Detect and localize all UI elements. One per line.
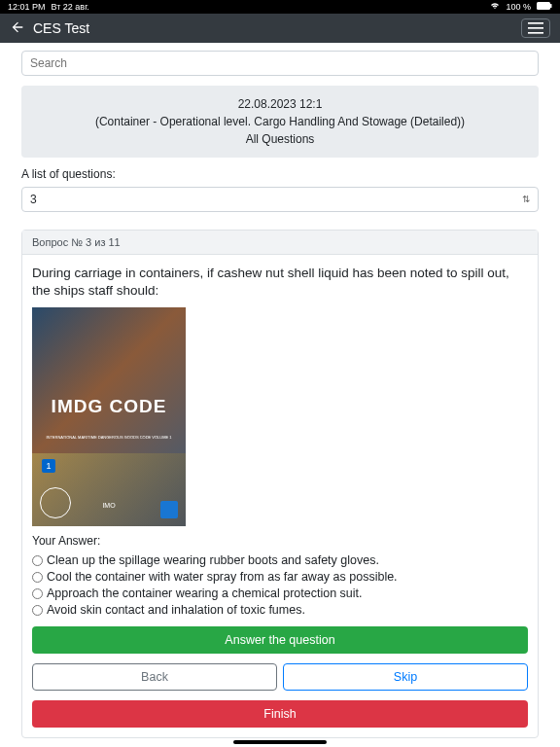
imdg-subtitle: INTERNATIONAL MARITIME DANGEROUS GOODS C… bbox=[46, 435, 171, 440]
answer-button[interactable]: Answer the question bbox=[32, 626, 528, 654]
question-card: Вопрос № 3 из 11 During carriage in cont… bbox=[21, 230, 539, 738]
app-title: CES Test bbox=[33, 20, 89, 36]
test-info-box: 22.08.2023 12:1 (Container - Operational… bbox=[21, 86, 539, 158]
answer-option[interactable]: Clean up the spillage wearing rubber boo… bbox=[32, 553, 528, 567]
battery-icon bbox=[537, 2, 552, 12]
app-header: CES Test bbox=[0, 14, 560, 43]
question-number-header: Вопрос № 3 из 11 bbox=[22, 231, 538, 255]
finish-button[interactable]: Finish bbox=[32, 700, 528, 728]
test-subject: (Container - Operational level. Cargo Ha… bbox=[29, 113, 531, 130]
test-datetime: 22.08.2023 12:1 bbox=[29, 95, 531, 113]
status-time: 12:01 PM bbox=[8, 2, 46, 12]
test-mode: All Questions bbox=[29, 130, 531, 148]
svg-rect-2 bbox=[528, 22, 543, 24]
battery-percent: 100 % bbox=[506, 2, 531, 12]
chevron-updown-icon: ⇅ bbox=[522, 195, 530, 204]
answer-text: Clean up the spillage wearing rubber boo… bbox=[47, 553, 379, 567]
question-select-value: 3 bbox=[30, 193, 37, 206]
svg-rect-3 bbox=[528, 27, 543, 29]
imdg-title: IMDG CODE bbox=[52, 396, 167, 417]
answer-radio[interactable] bbox=[32, 572, 43, 583]
org-logo-icon bbox=[160, 501, 178, 518]
home-indicator bbox=[233, 740, 327, 744]
skip-button[interactable]: Skip bbox=[283, 663, 528, 691]
answer-text: Approach the container wearing a chemica… bbox=[47, 587, 363, 600]
search-input[interactable] bbox=[21, 51, 539, 76]
imo-label: IMO bbox=[102, 502, 115, 509]
svg-rect-1 bbox=[550, 4, 552, 8]
question-image: IMDG CODE INTERNATIONAL MARITIME DANGERO… bbox=[32, 307, 186, 526]
volume-badge: 1 bbox=[42, 459, 55, 473]
your-answer-label: Your Answer: bbox=[32, 534, 528, 548]
answer-text: Cool the container with water spray from… bbox=[47, 570, 398, 584]
back-arrow-icon[interactable] bbox=[10, 19, 25, 38]
answer-radio[interactable] bbox=[32, 605, 43, 616]
wreath-icon bbox=[40, 487, 71, 518]
answer-option[interactable]: Avoid skin contact and inhalation of tox… bbox=[32, 603, 528, 617]
answer-radio[interactable] bbox=[32, 588, 43, 599]
menu-button[interactable] bbox=[521, 18, 550, 38]
question-select[interactable]: 3 ⇅ bbox=[21, 187, 539, 212]
question-list-label: A list of questions: bbox=[21, 167, 539, 181]
status-bar: 12:01 PM Вт 22 авг. 100 % bbox=[0, 0, 560, 14]
answer-radio[interactable] bbox=[32, 555, 43, 566]
status-date: Вт 22 авг. bbox=[52, 2, 89, 12]
svg-rect-0 bbox=[537, 2, 550, 10]
answer-text: Avoid skin contact and inhalation of tox… bbox=[47, 603, 305, 617]
answer-option[interactable]: Approach the container wearing a chemica… bbox=[32, 587, 528, 600]
back-button[interactable]: Back bbox=[32, 663, 277, 691]
answer-option[interactable]: Cool the container with water spray from… bbox=[32, 570, 528, 584]
wifi-icon bbox=[490, 2, 500, 12]
question-text: During carriage in containers, if cashew… bbox=[32, 265, 528, 300]
svg-rect-4 bbox=[528, 32, 543, 34]
